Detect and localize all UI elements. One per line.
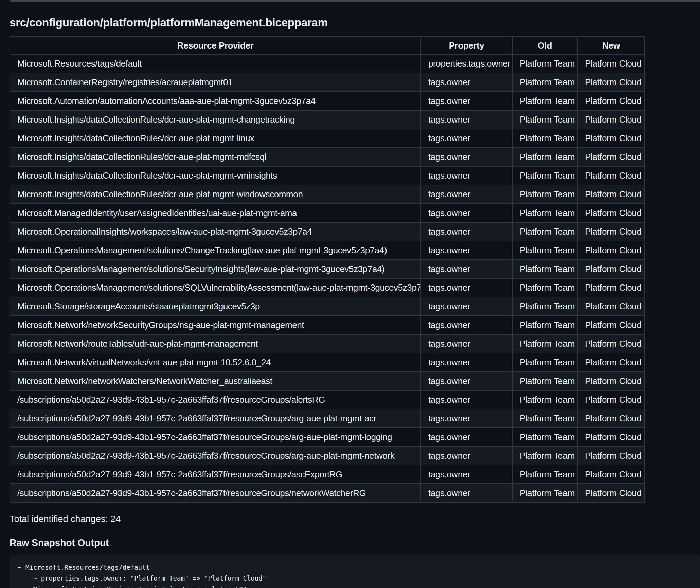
provider-cell: Microsoft.OperationalInsights/workspaces… xyxy=(10,222,421,241)
table-row: Microsoft.Insights/dataCollectionRules/d… xyxy=(10,148,645,166)
table-row: Microsoft.OperationsManagement/solutions… xyxy=(10,260,645,278)
table-row: /subscriptions/a50d2a27-93d9-43b1-957c-2… xyxy=(10,428,645,446)
new-cell: Platform Cloud xyxy=(577,334,645,353)
table-row: /subscriptions/a50d2a27-93d9-43b1-957c-2… xyxy=(10,484,645,502)
table-row: /subscriptions/a50d2a27-93d9-43b1-957c-2… xyxy=(10,409,645,428)
changes-table-body: Microsoft.Resources/tags/defaultproperti… xyxy=(10,54,645,502)
new-cell: Platform Cloud xyxy=(577,110,645,129)
old-cell: Platform Team xyxy=(512,185,577,204)
column-header-new: New xyxy=(577,37,645,54)
raw-snapshot-output-heading: Raw Snapshot Output xyxy=(10,525,700,549)
property-cell: tags.owner xyxy=(421,446,512,465)
new-cell: Platform Cloud xyxy=(577,428,645,446)
provider-cell: Microsoft.Network/routeTables/udr-aue-pl… xyxy=(10,334,421,353)
provider-cell: /subscriptions/a50d2a27-93d9-43b1-957c-2… xyxy=(10,484,421,502)
property-cell: tags.owner xyxy=(421,316,512,334)
top-divider xyxy=(10,0,700,2)
provider-cell: Microsoft.OperationsManagement/solutions… xyxy=(10,241,421,260)
provider-cell: Microsoft.Storage/storageAccounts/staaue… xyxy=(10,297,421,316)
table-row: Microsoft.ManagedIdentity/userAssignedId… xyxy=(10,204,645,222)
table-row: Microsoft.ContainerRegistry/registries/a… xyxy=(10,73,645,92)
total-changes-summary: Total identified changes: 24 xyxy=(10,503,700,525)
new-cell: Platform Cloud xyxy=(577,222,645,241)
table-row: Microsoft.Insights/dataCollectionRules/d… xyxy=(10,129,645,148)
old-cell: Platform Team xyxy=(512,110,577,129)
provider-cell: Microsoft.Network/networkSecurityGroups/… xyxy=(10,316,421,334)
new-cell: Platform Cloud xyxy=(577,260,645,278)
new-cell: Platform Cloud xyxy=(577,148,645,166)
new-cell: Platform Cloud xyxy=(577,54,645,73)
header-row: Resource ProviderPropertyOldNew xyxy=(10,37,645,54)
raw-snapshot-code: ~ Microsoft.Resources/tags/default ~ pro… xyxy=(18,564,266,588)
new-cell: Platform Cloud xyxy=(577,185,645,204)
new-cell: Platform Cloud xyxy=(577,409,645,428)
table-row: Microsoft.Storage/storageAccounts/staaue… xyxy=(10,297,645,316)
new-cell: Platform Cloud xyxy=(577,166,645,185)
provider-cell: Microsoft.Insights/dataCollectionRules/d… xyxy=(10,110,421,129)
provider-cell: Microsoft.Insights/dataCollectionRules/d… xyxy=(10,185,421,204)
provider-cell: /subscriptions/a50d2a27-93d9-43b1-957c-2… xyxy=(10,390,421,409)
new-cell: Platform Cloud xyxy=(577,241,645,260)
property-cell: properties.tags.owner xyxy=(421,54,512,73)
table-row: Microsoft.OperationsManagement/solutions… xyxy=(10,278,645,297)
old-cell: Platform Team xyxy=(512,316,577,334)
property-cell: tags.owner xyxy=(421,278,512,297)
provider-cell: Microsoft.ContainerRegistry/registries/a… xyxy=(10,73,421,92)
old-cell: Platform Team xyxy=(512,446,577,465)
provider-cell: Microsoft.Resources/tags/default xyxy=(10,54,421,73)
provider-cell: Microsoft.OperationsManagement/solutions… xyxy=(10,260,421,278)
new-cell: Platform Cloud xyxy=(577,92,645,110)
table-row: Microsoft.OperationalInsights/workspaces… xyxy=(10,222,645,241)
column-header-property: Property xyxy=(421,37,512,54)
property-cell: tags.owner xyxy=(421,334,512,353)
old-cell: Platform Team xyxy=(512,54,577,73)
new-cell: Platform Cloud xyxy=(577,129,645,148)
property-cell: tags.owner xyxy=(421,372,512,390)
provider-cell: /subscriptions/a50d2a27-93d9-43b1-957c-2… xyxy=(10,446,421,465)
changes-table-header: Resource ProviderPropertyOldNew xyxy=(10,37,645,54)
table-row: /subscriptions/a50d2a27-93d9-43b1-957c-2… xyxy=(10,446,645,465)
old-cell: Platform Team xyxy=(512,297,577,316)
property-cell: tags.owner xyxy=(421,409,512,428)
property-cell: tags.owner xyxy=(421,204,512,222)
raw-snapshot-code-block: ~ Microsoft.Resources/tags/default ~ pro… xyxy=(10,555,700,588)
table-row: Microsoft.Resources/tags/defaultproperti… xyxy=(10,54,645,73)
old-cell: Platform Team xyxy=(512,148,577,166)
table-row: /subscriptions/a50d2a27-93d9-43b1-957c-2… xyxy=(10,465,645,484)
property-cell: tags.owner xyxy=(421,92,512,110)
provider-cell: Microsoft.ManagedIdentity/userAssignedId… xyxy=(10,204,421,222)
provider-cell: Microsoft.Automation/automationAccounts/… xyxy=(10,92,421,110)
table-row: Microsoft.Insights/dataCollectionRules/d… xyxy=(10,110,645,129)
property-cell: tags.owner xyxy=(421,260,512,278)
old-cell: Platform Team xyxy=(512,428,577,446)
property-cell: tags.owner xyxy=(421,297,512,316)
provider-cell: Microsoft.OperationsManagement/solutions… xyxy=(10,278,421,297)
property-cell: tags.owner xyxy=(421,166,512,185)
provider-cell: /subscriptions/a50d2a27-93d9-43b1-957c-2… xyxy=(10,428,421,446)
column-header-old: Old xyxy=(512,37,577,54)
old-cell: Platform Team xyxy=(512,73,577,92)
old-cell: Platform Team xyxy=(512,222,577,241)
old-cell: Platform Team xyxy=(512,241,577,260)
old-cell: Platform Team xyxy=(512,260,577,278)
changes-table: Resource ProviderPropertyOldNew Microsof… xyxy=(10,36,645,503)
new-cell: Platform Cloud xyxy=(577,372,645,390)
old-cell: Platform Team xyxy=(512,129,577,148)
provider-cell: Microsoft.Insights/dataCollectionRules/d… xyxy=(10,148,421,166)
report-content: src/configuration/platform/platformManag… xyxy=(10,2,700,588)
old-cell: Platform Team xyxy=(512,409,577,428)
table-row: Microsoft.Network/routeTables/udr-aue-pl… xyxy=(10,334,645,353)
property-cell: tags.owner xyxy=(421,484,512,502)
new-cell: Platform Cloud xyxy=(577,484,645,502)
provider-cell: Microsoft.Network/networkWatchers/Networ… xyxy=(10,372,421,390)
file-path-title: src/configuration/platform/platformManag… xyxy=(10,2,700,29)
old-cell: Platform Team xyxy=(512,465,577,484)
old-cell: Platform Team xyxy=(512,166,577,185)
old-cell: Platform Team xyxy=(512,390,577,409)
old-cell: Platform Team xyxy=(512,334,577,353)
old-cell: Platform Team xyxy=(512,372,577,390)
new-cell: Platform Cloud xyxy=(577,73,645,92)
property-cell: tags.owner xyxy=(421,148,512,166)
provider-cell: /subscriptions/a50d2a27-93d9-43b1-957c-2… xyxy=(10,465,421,484)
new-cell: Platform Cloud xyxy=(577,316,645,334)
